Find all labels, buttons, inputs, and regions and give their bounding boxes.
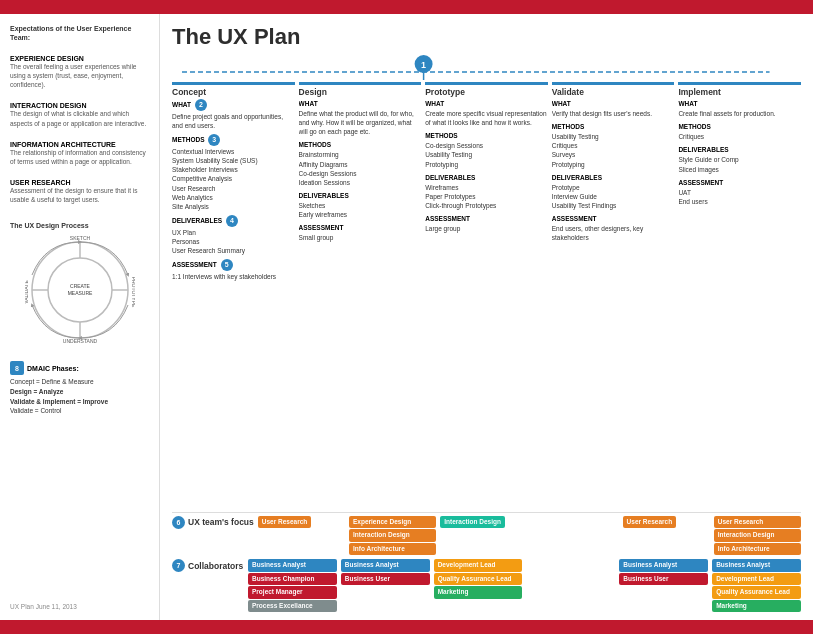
collab-qa-proto: Quality Assurance Lead (434, 573, 523, 585)
collab-mk-proto: Marketing (434, 586, 523, 598)
badge-2: 2 (195, 99, 207, 111)
outer-wrapper: Expectations of the User Experience Team… (0, 0, 813, 634)
impl-del-label: DELIVERABLES (678, 145, 801, 154)
int-body: The design of what is clickable and whic… (10, 109, 149, 127)
impl-del-text: Style Guide or CompSliced images (678, 155, 801, 173)
collab-ba-impl1: Business Analyst (619, 559, 708, 571)
collab-pe-concept: Process Excellance (248, 600, 337, 612)
collab-bu-design: Business User (341, 573, 430, 585)
ia-body: The relationship of information and cons… (10, 148, 149, 166)
focus-tag-int-proto: Interaction Design (440, 516, 505, 528)
col-header-implement: Implement (678, 82, 801, 97)
int-heading: INTERACTION DESIGN (10, 102, 149, 109)
design-process-title: The UX Design Process (10, 222, 89, 229)
phase-headers: Concept Design Prototype Validate Implem… (172, 82, 801, 97)
collab-dl-proto: Development Lead (434, 559, 523, 571)
svg-text:CREATE: CREATE (70, 283, 91, 289)
collab-pm-concept: Project Manager (248, 586, 337, 598)
focus-tag-ia-design: Info Architecture (349, 543, 436, 555)
ur-body: Assessment of the design to ensure that … (10, 186, 149, 204)
collab-bc-concept: Business Champion (248, 573, 337, 585)
focus-row: 6 UX team's focus User Research Experien… (172, 516, 801, 555)
proto-what-text: Create more specific visual representati… (425, 109, 548, 127)
collab-mk-impl2: Marketing (712, 600, 801, 612)
concept-methods-text: Contextual InterviewsSystem Usability Sc… (172, 147, 295, 211)
concept-methods-label: METHODS 3 (172, 134, 295, 146)
proto-assess-text: Large group (425, 224, 548, 233)
design-assess-label: ASSESSMENT (299, 223, 422, 232)
badge-4: 4 (226, 215, 238, 227)
collab-ba-impl2: Business Analyst (712, 559, 801, 571)
collab-qa-impl2: Quality Assurance Lead (712, 586, 801, 598)
val-methods-text: Usability TestingCritiquesSurveysPrototy… (552, 132, 675, 168)
design-del-label: DELIVERABLES (299, 191, 422, 200)
collab-num-badge: 7 (172, 559, 185, 572)
focus-tag-ur-impl1: User Research (623, 516, 677, 528)
proto-del-label: DELIVERABLES (425, 173, 548, 182)
col-design: WHAT Define what the product will do, fo… (299, 99, 422, 506)
focus-col-proto: Interaction Design (440, 516, 527, 528)
collab-col-impl1: Business Analyst Business User (619, 559, 708, 585)
arrow-area: 1 (172, 52, 801, 80)
concept-what-text: Define project goals and opportunities, … (172, 112, 295, 130)
design-methods-text: BrainstormingAffinity DiagramsCo-design … (299, 150, 422, 186)
collab-col-proto: Development Lead Quality Assurance Lead … (434, 559, 523, 598)
focus-label-area: 6 UX team's focus (172, 516, 254, 529)
collab-col-concept: Business Analyst Business Champion Proje… (248, 559, 337, 612)
collab-bu-impl1: Business User (619, 573, 708, 585)
collab-row-wrapper: 7 Collaborators Business Analyst Busines… (172, 559, 801, 612)
focus-tag-int-design: Interaction Design (349, 529, 436, 541)
right-main: The UX Plan 1 Concept Design (160, 14, 813, 620)
val-what-text: Verify that design fits user's needs. (552, 109, 675, 118)
focus-tag-ia-impl2: Info Architecture (714, 543, 801, 555)
top-red-bar (0, 0, 813, 14)
collab-ba-concept: Business Analyst (248, 559, 337, 571)
focus-tag-ur-impl2: User Research (714, 516, 801, 528)
val-assess-text: End users, other designers, key stakehol… (552, 224, 675, 242)
main-content: Expectations of the User Experience Team… (0, 14, 813, 620)
proto-methods-text: Co-design SessionsUsability TestingProto… (425, 141, 548, 168)
concept-del-label: DELIVERABLES 4 (172, 215, 295, 227)
collab-ba-design: Business Analyst (341, 559, 430, 571)
val-methods-label: METHODS (552, 122, 675, 131)
dmaic-body: Concept = Define & Measure Design = Anal… (10, 377, 149, 416)
exp-heading: EXPERIENCE DESIGN (10, 55, 149, 62)
sidebar-section-ur: USER RESEARCH Assessment of the design t… (10, 174, 149, 204)
dmaic-badge: 8 (10, 361, 24, 375)
focus-col-design: Experience Design Interaction Design Inf… (349, 516, 436, 555)
ur-heading: USER RESEARCH (10, 179, 149, 186)
col-validate: WHAT Verify that design fits user's need… (552, 99, 675, 506)
impl-what-text: Create final assets for production. (678, 109, 801, 118)
collab-label-area: 7 Collaborators (172, 559, 244, 572)
impl-methods-label: METHODS (678, 122, 801, 131)
circle-diagram: SKETCH UNDERSTAND VALIDATE PROTOTYPE CRE… (25, 235, 135, 345)
svg-text:UNDERSTAND: UNDERSTAND (62, 338, 97, 344)
badge-5: 5 (221, 259, 233, 271)
val-del-label: DELIVERABLES (552, 173, 675, 182)
sidebar-section-int: INTERACTION DESIGN The design of what is… (10, 97, 149, 127)
collab-col-design: Business Analyst Business User (341, 559, 430, 585)
dmaic-line-1: Concept = Define & Measure (10, 378, 94, 385)
exp-body: The overall feeling a user experiences w… (10, 62, 149, 89)
svg-text:1: 1 (421, 60, 426, 70)
collaborators-section: 7 Collaborators Business Analyst Busines… (172, 559, 801, 612)
val-del-text: PrototypeInterview GuideUsability Test F… (552, 183, 675, 210)
concept-assess-label: ASSESSMENT 5 (172, 259, 295, 271)
dmaic-title: 8 DMAIC Phases: (10, 361, 149, 375)
dmaic-title-text: DMAIC Phases: (27, 365, 79, 372)
svg-text:PROTOTYPE: PROTOTYPE (131, 277, 135, 308)
focus-tag-ur-concept: User Research (258, 516, 312, 528)
proto-what-label: WHAT (425, 99, 548, 108)
page-title: The UX Plan (172, 24, 801, 50)
focus-col-concept: User Research (258, 516, 345, 528)
col-header-validate: Validate (552, 82, 675, 97)
impl-what-label: WHAT (678, 99, 801, 108)
collab-dl-impl2: Development Lead (712, 573, 801, 585)
badge-3: 3 (208, 134, 220, 146)
dmaic-line-4: Validate = Control (10, 407, 61, 414)
col-prototype: WHAT Create more specific visual represe… (425, 99, 548, 506)
collab-col-impl2: Business Analyst Development Lead Qualit… (712, 559, 801, 612)
proto-assess-label: ASSESSMENT (425, 214, 548, 223)
phase-content-area: WHAT 2 Define project goals and opportun… (172, 99, 801, 506)
focus-section: 6 UX team's focus User Research Experien… (172, 512, 801, 555)
